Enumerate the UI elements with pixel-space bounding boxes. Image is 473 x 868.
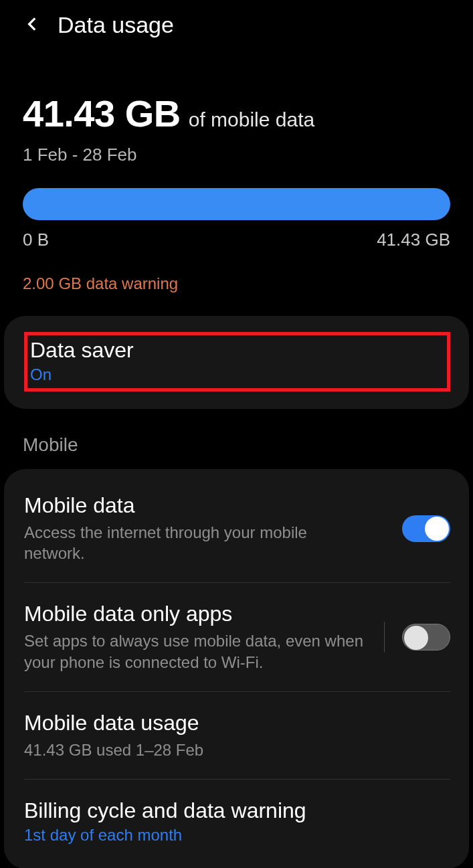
usage-max-label: 41.43 GB bbox=[377, 230, 450, 250]
usage-suffix: of mobile data bbox=[189, 108, 314, 131]
mobile-data-toggle[interactable] bbox=[402, 515, 450, 542]
only-apps-toggle[interactable] bbox=[402, 624, 450, 650]
highlight-box: Data saver On bbox=[24, 332, 450, 392]
mobile-usage-title: Mobile data usage bbox=[24, 711, 450, 735]
data-saver-title: Data saver bbox=[30, 338, 443, 363]
vertical-separator bbox=[384, 622, 385, 653]
mobile-card: Mobile data Access the internet through … bbox=[4, 469, 469, 868]
mobile-data-desc: Access the internet through your mobile … bbox=[24, 522, 365, 563]
only-apps-desc: Set apps to always use mobile data, even… bbox=[24, 630, 365, 672]
data-saver-status: On bbox=[30, 365, 443, 384]
billing-desc: 1st day of each month bbox=[24, 826, 450, 845]
usage-progress-bar[interactable] bbox=[23, 188, 450, 220]
mobile-data-row[interactable]: Mobile data Access the internet through … bbox=[24, 474, 450, 582]
back-icon[interactable] bbox=[24, 15, 41, 35]
only-apps-title: Mobile data only apps bbox=[24, 602, 371, 626]
usage-min-label: 0 B bbox=[23, 230, 49, 250]
usage-summary: 41.43 GB of mobile data 1 Feb - 28 Feb 0… bbox=[0, 50, 473, 300]
mobile-data-only-apps-row[interactable]: Mobile data only apps Set apps to always… bbox=[24, 582, 450, 691]
billing-cycle-row[interactable]: Billing cycle and data warning 1st day o… bbox=[24, 779, 450, 863]
usage-range: 1 Feb - 28 Feb bbox=[23, 145, 450, 165]
data-warning-label: 2.00 GB data warning bbox=[23, 274, 450, 293]
page-title: Data usage bbox=[58, 12, 174, 38]
data-saver-card[interactable]: Data saver On bbox=[4, 316, 469, 409]
section-mobile-label: Mobile bbox=[23, 434, 473, 456]
mobile-usage-desc: 41.43 GB used 1–28 Feb bbox=[24, 740, 365, 760]
mobile-data-usage-row[interactable]: Mobile data usage 41.43 GB used 1–28 Feb bbox=[24, 691, 450, 779]
mobile-data-title: Mobile data bbox=[24, 493, 389, 518]
usage-amount: 41.43 GB bbox=[23, 92, 181, 135]
billing-title: Billing cycle and data warning bbox=[24, 798, 450, 823]
